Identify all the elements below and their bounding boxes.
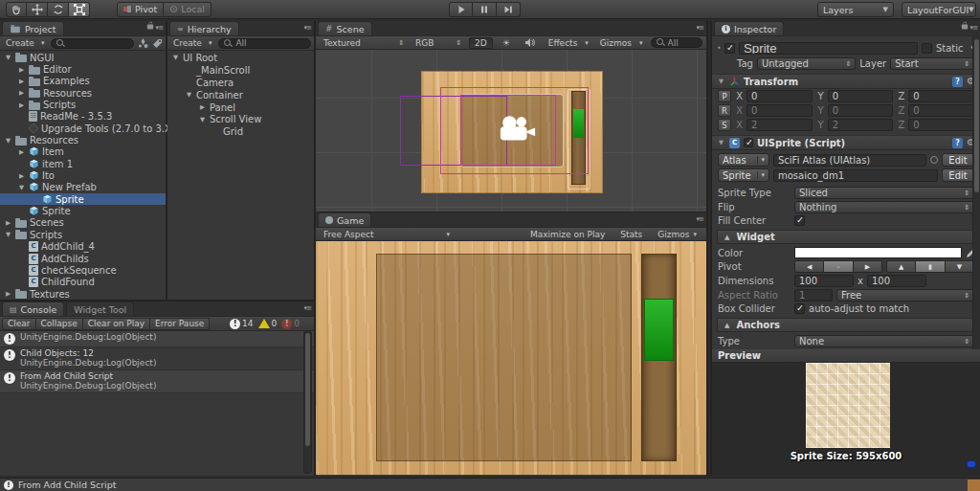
hierarchy-tree-row[interactable]: _MainScroll <box>167 64 314 77</box>
gameobject-name-field[interactable] <box>739 42 918 55</box>
rotate-tool-button[interactable] <box>48 2 69 17</box>
transform-y-field[interactable]: 2 <box>828 119 894 131</box>
hierarchy-tree-row[interactable]: UI Root <box>167 52 314 64</box>
expand-arrow-icon[interactable] <box>4 137 12 145</box>
tab-console[interactable]: ▤ Console <box>2 301 64 316</box>
hierarchy-tree-row[interactable]: Grid <box>167 125 314 138</box>
tab-project[interactable]: Project <box>2 21 64 35</box>
inspector-scrollbar-thumb[interactable] <box>974 39 979 192</box>
component-enabled-checkbox[interactable] <box>744 138 753 147</box>
project-tree-row[interactable]: Ito <box>0 169 166 181</box>
status-bar[interactable]: ! From Add Child Script <box>0 478 980 491</box>
panel-menu-icon[interactable]: ▾≡ <box>304 304 311 312</box>
transform-reset-button[interactable]: P <box>718 90 731 102</box>
transform-z-field[interactable]: 0 <box>908 90 974 102</box>
transform-reset-button[interactable]: S <box>718 119 731 131</box>
tab-game[interactable]: Game <box>318 212 371 227</box>
warning-count-badge[interactable]: 0 <box>258 319 278 328</box>
dimension-width-field[interactable]: 100 <box>794 275 854 287</box>
tab-hierarchy[interactable]: ≡ Hierarchy <box>169 21 239 35</box>
pause-button[interactable] <box>473 2 497 17</box>
pivot-middle-button[interactable]: ▮ <box>916 260 945 273</box>
sprite-type-dropdown[interactable]: Sliced⇕ <box>794 187 974 199</box>
expand-arrow-icon[interactable] <box>198 103 207 111</box>
local-toggle-button[interactable]: Local <box>164 2 212 17</box>
sprite-select-button[interactable]: Sprite▾ <box>718 168 769 182</box>
error-count-badge[interactable]: !0 <box>281 319 300 329</box>
expand-arrow-icon[interactable] <box>185 91 193 99</box>
hierarchy-search-field[interactable] <box>218 38 311 49</box>
anchors-section-header[interactable]: ▲Anchors <box>717 318 975 332</box>
transform-reset-button[interactable]: R <box>718 104 731 117</box>
project-tree-row[interactable]: Upgrade Tools (2.7.0 to 3.X) <box>0 123 166 134</box>
pivot-toggle-button[interactable]: Pivot <box>117 2 164 17</box>
expand-arrow-icon[interactable] <box>717 139 725 146</box>
expand-arrow-icon[interactable] <box>171 54 180 61</box>
project-tree-row[interactable]: item 1 <box>0 158 166 169</box>
panel-menu-icon[interactable]: ▾≡ <box>697 24 703 32</box>
2d-toggle-button[interactable]: 2D <box>469 37 493 49</box>
pivot-center-button[interactable]: – <box>824 260 853 273</box>
console-clear-on-play-button[interactable]: Clear on Play <box>83 318 150 330</box>
play-button[interactable] <box>449 2 473 17</box>
hierarchy-tree-row[interactable]: Camera <box>167 77 314 89</box>
project-tree-row[interactable]: Sprite <box>0 193 166 205</box>
expand-arrow-icon[interactable] <box>717 78 725 85</box>
transform-component-header[interactable]: Transform ?⚙ <box>712 74 980 89</box>
scene-gizmos-dropdown[interactable]: Gizmos▾ <box>596 37 647 49</box>
expand-arrow-icon[interactable] <box>17 101 26 109</box>
inspector-scrollbar[interactable] <box>972 36 980 349</box>
tab-inspector[interactable]: i Inspector <box>714 21 784 35</box>
project-tree-row[interactable]: AddChilds <box>0 253 166 264</box>
aspect-ratio-dropdown[interactable]: Free Aspect▾ <box>320 229 454 240</box>
preview-header[interactable]: Preview <box>712 349 980 363</box>
expand-arrow-icon[interactable] <box>17 89 26 97</box>
fill-center-checkbox[interactable] <box>794 215 805 226</box>
tab-widget-tool[interactable]: Widget Tool <box>66 301 134 316</box>
project-tree-row[interactable]: New Prefab <box>0 182 166 193</box>
scene-search-field[interactable] <box>651 37 702 48</box>
hierarchy-tree-row[interactable]: Container <box>167 89 314 101</box>
expand-arrow-icon[interactable] <box>4 54 12 61</box>
project-tree-row[interactable]: NGUI <box>0 52 166 63</box>
expand-arrow-icon[interactable] <box>17 66 26 74</box>
aspect-ratio-field[interactable]: 1 <box>794 289 833 301</box>
color-swatch[interactable] <box>794 247 962 258</box>
project-tree-row[interactable]: Textures <box>0 288 166 300</box>
layer-dropdown[interactable]: Start⇕ <box>890 57 974 70</box>
game-gizmos-dropdown[interactable]: Gizmos▾ <box>652 229 702 240</box>
panel-lock-and-menu-icon[interactable]: ▾≡ <box>146 21 163 32</box>
static-checkbox[interactable] <box>922 43 932 54</box>
step-button[interactable] <box>497 2 521 17</box>
widget-section-header[interactable]: ▲Widget <box>717 230 975 244</box>
search-by-label-icon[interactable] <box>152 38 163 49</box>
search-by-type-icon[interactable] <box>138 38 148 49</box>
pivot-top-button[interactable]: ▲ <box>886 260 916 273</box>
panel-lock-and-menu-icon[interactable]: ▾≡ <box>961 21 977 32</box>
maximize-on-play-button[interactable]: Maximize on Play <box>524 229 611 240</box>
expand-arrow-icon[interactable] <box>17 148 26 156</box>
transform-x-field[interactable]: 0 <box>746 104 813 117</box>
layout-dropdown[interactable]: LayoutForGUI▼ <box>902 2 976 17</box>
console-scrollbar-thumb[interactable] <box>305 333 310 446</box>
expand-arrow-icon[interactable] <box>17 78 26 85</box>
sprite-name-field[interactable]: mosaico_dm1 <box>773 169 938 182</box>
project-tree-row[interactable]: Sprite <box>0 205 166 216</box>
console-log-entry[interactable]: ! UnityEngine.Debug:Log(Object) <box>0 331 314 347</box>
console-clear-button[interactable]: Clear <box>2 318 36 330</box>
project-tree-row[interactable]: checkSequence <box>0 264 166 276</box>
dimension-height-field[interactable]: 100 <box>867 275 926 287</box>
scene-lighting-button[interactable]: ☀ <box>497 37 516 49</box>
atlas-select-button[interactable]: Atlas▾ <box>718 153 769 167</box>
object-picker-icon[interactable] <box>930 156 938 164</box>
project-tree-row[interactable]: ChildFound <box>0 277 166 288</box>
game-scrollbar-thumb[interactable] <box>644 299 674 361</box>
layers-dropdown[interactable]: Layers▼ <box>817 2 894 17</box>
project-tree-row[interactable]: Item <box>0 146 166 158</box>
shading-mode-dropdown[interactable]: Textured⇕ <box>320 37 408 49</box>
project-tree-row[interactable]: Editor <box>0 63 166 75</box>
console-log-entry[interactable]: ! From Add Child ScriptUnityEngine.Debug… <box>0 370 314 393</box>
project-tree-row[interactable]: AddChild_4 <box>0 241 166 253</box>
expand-arrow-icon[interactable] <box>4 290 12 298</box>
uisprite-component-header[interactable]: C UISprite (Script) ?⚙ <box>712 135 980 150</box>
